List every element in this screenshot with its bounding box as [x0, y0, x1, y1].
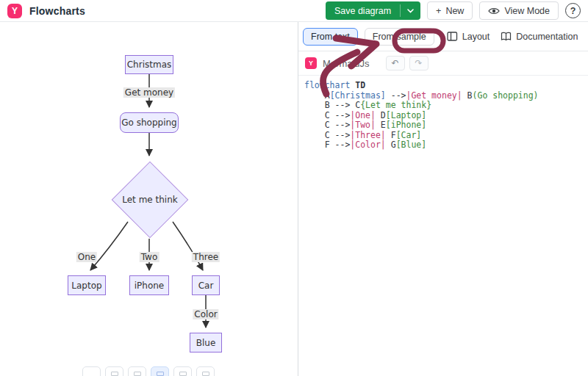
editor-brand-label: MermaidJs — [323, 58, 370, 69]
code-line[interactable]: C -->|Three| F[Car] — [304, 131, 588, 141]
save-diagram-split-button[interactable]: Save diagram — [326, 1, 420, 20]
canvas-toolbar-partial — [82, 366, 215, 376]
top-header: Y Flowcharts Save diagram + New View Mod… — [0, 0, 588, 22]
save-diagram-button[interactable]: Save diagram — [326, 1, 400, 20]
mermaid-logo-icon: Y — [7, 4, 22, 18]
tab-layout-label: Layout — [462, 32, 490, 42]
flowchart-node-car: Car — [192, 275, 220, 295]
tab-documentation-label: Documentation — [516, 32, 578, 42]
eye-icon — [488, 7, 500, 15]
code-panel: From text From sample Layout Documentati… — [298, 22, 588, 376]
edge-label-get-money: Get money — [123, 87, 175, 98]
flowchart-node-go-shopping: Go shopping — [120, 112, 179, 133]
code-line[interactable]: flowchart TD — [304, 81, 588, 91]
help-button[interactable]: ? — [565, 3, 581, 18]
canvas-toolbar-button-active[interactable] — [151, 366, 169, 376]
tab-documentation[interactable]: Documentation — [501, 32, 578, 42]
edge-label-color: Color — [193, 309, 218, 319]
layout-icon — [447, 32, 458, 41]
mermaid-logo-icon: Y — [305, 57, 317, 69]
edge-decision-laptop — [90, 222, 128, 270]
history-buttons: ↶ ↷ — [386, 56, 429, 70]
canvas-toolbar-button[interactable] — [82, 366, 101, 376]
canvas-toolbar-button[interactable] — [173, 366, 192, 376]
chevron-down-icon — [407, 9, 414, 13]
flowchart-node-christmas: Christmas — [125, 55, 173, 74]
flowchart-node-iphone: iPhone — [129, 275, 169, 295]
code-line[interactable]: B --> C{Let me think} — [304, 101, 588, 111]
page-title: Flowcharts — [29, 5, 85, 17]
view-mode-button[interactable]: View Mode — [479, 1, 559, 20]
new-button[interactable]: + New — [427, 1, 473, 20]
redo-icon: ↷ — [415, 58, 423, 68]
flowchart-node-blue: Blue — [190, 333, 222, 352]
code-content[interactable]: flowchart TD A[Christmas] -->|Get money|… — [298, 76, 588, 375]
tab-from-text[interactable]: From text — [303, 28, 358, 46]
edge-label-two: Two — [140, 252, 159, 262]
header-actions: Save diagram + New View Mode ? — [326, 1, 581, 20]
flowchart-node-laptop: Laptop — [68, 275, 106, 295]
view-mode-label: View Mode — [504, 6, 550, 16]
code-line[interactable]: C -->|Two| E[iPhone] — [304, 120, 588, 131]
app-window: Y Flowcharts Save diagram + New View Mod… — [0, 0, 588, 376]
edge-label-three: Three — [192, 252, 220, 262]
save-options-dropdown[interactable] — [401, 1, 420, 20]
code-line[interactable]: F -->|Color| G[Blue] — [304, 140, 588, 151]
code-line[interactable]: C -->|One| D[Laptop] — [304, 111, 588, 121]
redo-button[interactable]: ↷ — [409, 56, 429, 70]
undo-icon: ↶ — [392, 58, 399, 68]
new-button-label: New — [445, 6, 464, 16]
editor-header: Y MermaidJs ↶ ↷ — [298, 51, 588, 76]
canvas-toolbar-button[interactable] — [196, 366, 215, 376]
canvas-toolbar-button[interactable] — [128, 366, 146, 376]
diagram-canvas[interactable]: Christmas Get money Go shopping Let me t… — [0, 22, 298, 376]
plus-icon: + — [436, 6, 441, 16]
canvas-toolbar-button[interactable] — [105, 366, 123, 376]
undo-button[interactable]: ↶ — [386, 56, 405, 70]
book-icon — [501, 32, 512, 41]
flowchart-decision-label: Let me think — [122, 195, 177, 205]
code-line[interactable]: A[Christmas] -->|Get money| B(Go shoppin… — [304, 91, 588, 101]
tab-layout[interactable]: Layout — [447, 32, 490, 42]
edge-label-one: One — [76, 252, 97, 262]
edge-decision-car — [173, 222, 203, 270]
panel-tabbar: From text From sample Layout Documentati… — [298, 22, 588, 51]
tab-from-sample[interactable]: From sample — [365, 28, 434, 46]
